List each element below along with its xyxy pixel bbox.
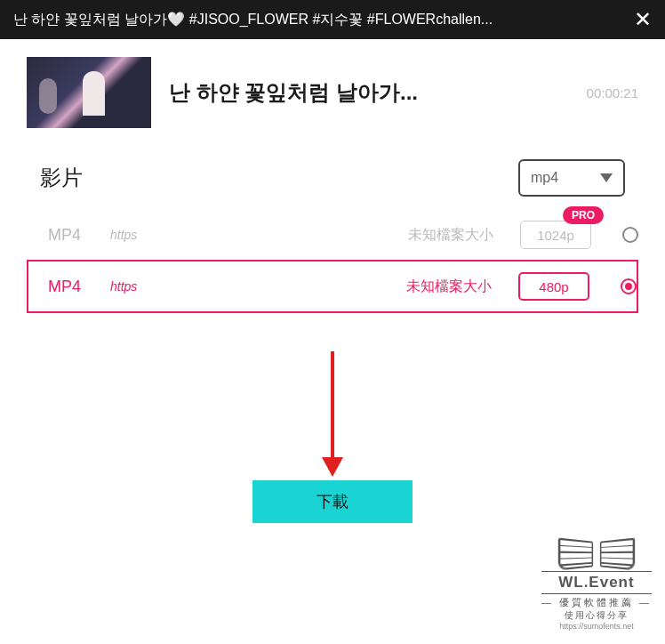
- watermark: WL.Event — 優質軟體推薦 — 使用心得分享 https://sumof…: [541, 540, 652, 631]
- option-format: MP4: [48, 226, 101, 245]
- watermark-line1: — 優質軟體推薦 —: [541, 596, 652, 609]
- option-filesize: 未知檔案大小: [406, 278, 492, 296]
- video-title: 난 하얀 꽃잎처럼 날아가...: [169, 78, 569, 107]
- watermark-line2: 使用心得分享: [541, 609, 652, 622]
- format-select[interactable]: mp4: [518, 159, 625, 197]
- radio-1024p[interactable]: [622, 227, 638, 243]
- book-icon: [541, 540, 652, 568]
- video-info-section: 난 하얀 꽃잎처럼 날아가... 00:00:21: [0, 39, 665, 146]
- radio-480p[interactable]: [621, 278, 637, 294]
- video-thumbnail: [27, 57, 151, 128]
- annotation-arrow: [322, 351, 343, 477]
- format-label: 影片: [40, 164, 83, 192]
- option-quality-480p: 480p: [518, 272, 589, 301]
- video-duration: 00:00:21: [587, 85, 638, 101]
- option-protocol: https: [110, 228, 137, 242]
- chevron-down-icon: [600, 173, 613, 182]
- download-button[interactable]: 下載: [252, 480, 413, 523]
- window-title: 난 하얀 꽃잎처럼 날아가🤍 #JISOO_FLOWER #지수꽃 #FLOWE…: [13, 11, 493, 29]
- format-select-value: mp4: [531, 170, 558, 186]
- option-filesize: 未知檔案大小: [408, 226, 493, 245]
- title-bar: 난 하얀 꽃잎처럼 날아가🤍 #JISOO_FLOWER #지수꽃 #FLOWE…: [0, 0, 665, 39]
- option-protocol: https: [110, 279, 137, 294]
- option-format: MP4: [48, 278, 101, 296]
- format-header: 影片 mp4: [0, 146, 665, 210]
- watermark-url: https://sumofents.net: [541, 622, 652, 631]
- close-icon[interactable]: ✕: [634, 9, 652, 30]
- watermark-title: WL.Event: [541, 571, 652, 594]
- pro-badge: PRO: [563, 206, 604, 224]
- option-row-480p[interactable]: MP4 https 未知檔案大小 480p: [27, 260, 638, 313]
- option-quality-1024p: 1024p PRO: [520, 221, 591, 249]
- option-row-1024p: MP4 https 未知檔案大小 1024p PRO: [0, 210, 665, 260]
